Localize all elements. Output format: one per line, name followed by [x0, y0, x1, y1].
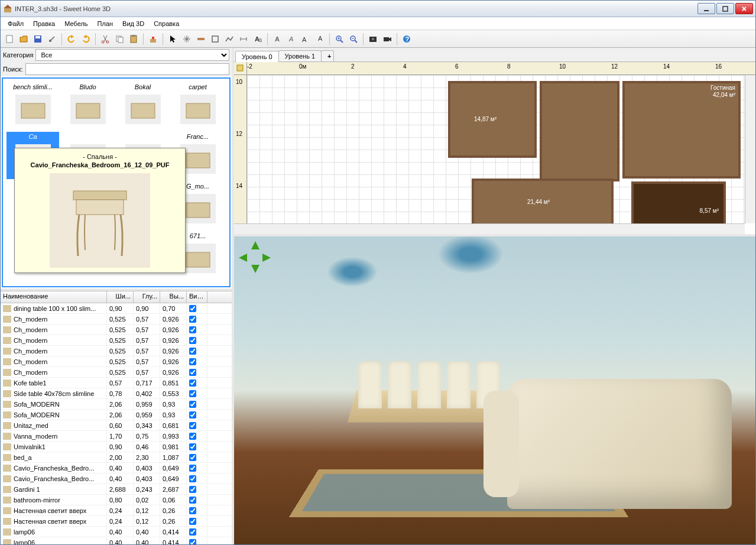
table-row[interactable]: Ch_modern 0,525 0,57 0,926	[1, 325, 232, 335]
tab-level-0[interactable]: Уровень 0	[235, 51, 279, 62]
table-row[interactable]: bed_a 2,00 2,30 1,087	[1, 452, 232, 463]
menu-file[interactable]: Файл	[3, 19, 28, 28]
zoom-out-icon[interactable]	[347, 33, 360, 46]
visible-checkbox[interactable]	[189, 475, 196, 482]
visible-checkbox[interactable]	[189, 454, 196, 461]
table-row[interactable]: Sofa_MODERN 2,06 0,959 0,93	[1, 399, 232, 410]
save-icon[interactable]	[31, 33, 44, 46]
tab-level-1[interactable]: Уровень 1	[278, 50, 322, 61]
table-row[interactable]: Cavio_Francheska_Bedro... 0,40 0,403 0,6…	[1, 473, 232, 484]
col-name[interactable]: Наименование	[1, 291, 107, 303]
table-row[interactable]: Kofe table1 0,57 0,717 0,851	[1, 378, 232, 388]
menu-furniture[interactable]: Мебель	[60, 19, 92, 28]
table-row[interactable]: lamp06 0,40 0,40 0,414	[1, 537, 232, 544]
create-walls-icon[interactable]	[194, 33, 207, 46]
catalog-item[interactable]: bench slimli...	[7, 82, 59, 129]
table-row[interactable]: Настенная светит вверх 0,24 0,12 0,26	[1, 505, 232, 516]
maximize-button[interactable]	[716, 3, 734, 14]
nav-down-icon[interactable]	[251, 265, 259, 273]
table-row[interactable]: Настенная светит вверх 0,24 0,12 0,26	[1, 516, 232, 527]
new-icon[interactable]	[3, 33, 16, 46]
visible-checkbox[interactable]	[189, 507, 196, 514]
table-row[interactable]: Sofa_MODERN 2,06 0,959 0,93	[1, 410, 232, 420]
text-bold-icon[interactable]: A	[271, 33, 284, 46]
menu-help[interactable]: Справка	[149, 19, 184, 28]
undo-icon[interactable]	[65, 33, 78, 46]
visible-checkbox[interactable]	[189, 539, 196, 545]
visible-checkbox[interactable]	[189, 316, 196, 323]
increase-text-icon[interactable]: A	[299, 33, 312, 46]
pan-icon[interactable]	[180, 33, 193, 46]
visible-checkbox[interactable]	[189, 528, 196, 536]
table-row[interactable]: Ch_modern 0,525 0,57 0,926	[1, 314, 232, 325]
visible-checkbox[interactable]	[189, 358, 196, 365]
table-row[interactable]: bathroom-mirror 0,80 0,02 0,06	[1, 495, 232, 505]
visible-checkbox[interactable]	[189, 379, 196, 387]
menu-view3d[interactable]: Вид 3D	[118, 19, 149, 28]
create-room-icon[interactable]	[209, 33, 222, 46]
visible-checkbox[interactable]	[189, 337, 196, 344]
col-visible[interactable]: Види...	[187, 291, 207, 303]
catalog-item[interactable]: carpet	[171, 82, 224, 129]
zoom-in-icon[interactable]	[333, 33, 346, 46]
table-row[interactable]: Side table 40x78cm slimline 0,78 0,402 0…	[1, 388, 232, 399]
visible-checkbox[interactable]	[189, 390, 196, 397]
view-3d[interactable]	[234, 236, 755, 544]
visible-checkbox[interactable]	[189, 326, 196, 333]
table-row[interactable]: lamp06 0,40 0,40 0,414	[1, 527, 232, 537]
create-label-icon[interactable]: Aa	[251, 33, 264, 46]
menu-plan[interactable]: План	[93, 19, 118, 28]
help-icon[interactable]: ?	[400, 33, 413, 46]
plan-view[interactable]: -20м246810121416 101214 14,87 м² Гостина…	[234, 62, 755, 236]
menu-edit[interactable]: Правка	[28, 19, 60, 28]
category-select[interactable]: Все	[35, 49, 229, 61]
visible-checkbox[interactable]	[189, 433, 196, 440]
select-icon[interactable]	[166, 33, 179, 46]
visible-checkbox[interactable]	[189, 497, 196, 504]
furniture-list[interactable]: Наименование Ши... Глу... Вы... Види... …	[1, 291, 232, 544]
visible-checkbox[interactable]	[189, 518, 196, 525]
prefs-icon[interactable]	[46, 33, 59, 46]
col-width[interactable]: Ши...	[107, 291, 134, 303]
visible-checkbox[interactable]	[189, 411, 196, 419]
nav-up-icon[interactable]	[251, 241, 259, 249]
floorplan[interactable]: 14,87 м² Гостиная42,04 м² 21,44 м² 8,57 …	[448, 75, 745, 223]
nav-left-icon[interactable]	[239, 254, 247, 262]
visible-checkbox[interactable]	[189, 486, 196, 493]
visible-checkbox[interactable]	[189, 348, 196, 355]
catalog-item[interactable]: Bludo	[61, 82, 114, 129]
text-italic-icon[interactable]: A	[285, 33, 298, 46]
tab-add-level[interactable]: +	[321, 50, 334, 61]
redo-icon[interactable]	[79, 33, 92, 46]
create-dimension-icon[interactable]	[237, 33, 250, 46]
minimize-button[interactable]	[697, 3, 715, 14]
table-row[interactable]: Unitaz_med 0,60 0,343 0,681	[1, 420, 232, 431]
table-row[interactable]: Umivalnik1 0,90 0,46 0,981	[1, 442, 232, 452]
visible-checkbox[interactable]	[189, 401, 196, 408]
table-row[interactable]: dining table 100 x 100 slim... 0,90 0,90…	[1, 303, 232, 314]
video-icon[interactable]	[381, 33, 394, 46]
close-button[interactable]	[735, 3, 753, 14]
open-icon[interactable]	[17, 33, 30, 46]
copy-icon[interactable]	[113, 33, 126, 46]
catalog-item[interactable]: Bokal	[116, 82, 169, 129]
plan-scrollbar-h[interactable]	[234, 223, 745, 234]
nav-right-icon[interactable]	[262, 254, 271, 262]
table-row[interactable]: Cavio_Francheska_Bedro... 0,40 0,403 0,6…	[1, 463, 232, 473]
table-row[interactable]: Ch_modern 0,525 0,57 0,926	[1, 346, 232, 356]
plan-scrollbar-v[interactable]	[745, 62, 755, 223]
table-row[interactable]: Ch_modern 0,525 0,57 0,926	[1, 335, 232, 346]
photo-icon[interactable]	[366, 33, 379, 46]
visible-checkbox[interactable]	[189, 422, 196, 429]
table-row[interactable]: Gardini 1 2,688 0,243 2,687	[1, 484, 232, 495]
cut-icon[interactable]	[99, 33, 112, 46]
visible-checkbox[interactable]	[189, 305, 196, 312]
table-row[interactable]: Vanna_modern 1,70 0,75 0,993	[1, 431, 232, 442]
visible-checkbox[interactable]	[189, 369, 196, 376]
visible-checkbox[interactable]	[189, 443, 196, 450]
col-depth[interactable]: Глу...	[134, 291, 160, 303]
col-height[interactable]: Вы...	[160, 291, 187, 303]
table-row[interactable]: Ch_modern 0,525 0,57 0,926	[1, 367, 232, 378]
search-input[interactable]	[25, 63, 229, 75]
table-row[interactable]: Ch_modern 0,525 0,57 0,926	[1, 356, 232, 367]
